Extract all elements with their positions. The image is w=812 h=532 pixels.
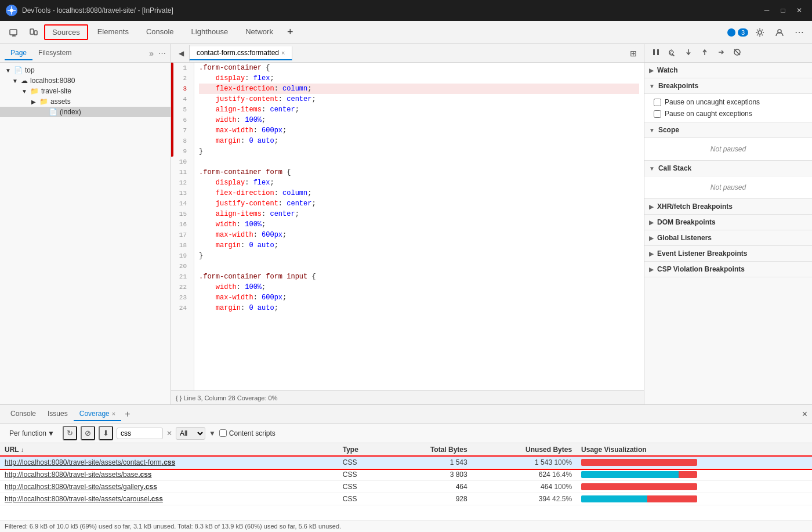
code-line-18: margin: 0 auto; <box>199 240 639 251</box>
cloud-icon: ☁ <box>21 77 28 85</box>
call-stack-section-header[interactable]: ▼ Call Stack <box>644 161 812 176</box>
export-coverage-button[interactable]: ⬇ <box>99 426 113 440</box>
global-listeners-section-header[interactable]: ▶ Global Listeners <box>644 230 812 246</box>
scope-section-header[interactable]: ▼ Scope <box>644 122 812 138</box>
maximize-button[interactable]: □ <box>776 5 790 16</box>
col-url[interactable]: URL ↓ <box>0 443 338 457</box>
tree-item-index[interactable]: 📄 (index) <box>0 107 171 117</box>
status-text: { } Line 3, Column 28 Coverage: 0% <box>176 395 278 401</box>
sidebar-more-button[interactable]: » <box>149 49 154 58</box>
tab-lighthouse[interactable]: Lighthouse <box>183 24 237 41</box>
content-scripts-row: Content scripts <box>219 429 276 437</box>
close-button[interactable]: ✕ <box>792 5 806 16</box>
code-line-3: flex-direction: column; <box>199 84 639 94</box>
pause-caught-checkbox[interactable] <box>654 110 661 118</box>
coverage-row-3[interactable]: http://localhost:8080/travel-site/assets… <box>0 481 812 493</box>
coverage-url-1[interactable]: http://localhost:8080/travel-site/assets… <box>0 457 338 469</box>
per-function-button[interactable]: Per function ▼ <box>5 428 59 439</box>
tree-item-assets[interactable]: ▶ 📁 assets <box>0 96 171 107</box>
tab-console[interactable]: Console <box>138 24 182 41</box>
folder-icon-top: 📄 <box>14 66 23 74</box>
step-into-button[interactable] <box>682 46 695 60</box>
csp-section-header[interactable]: ▶ CSP Violation Breakpoints <box>644 262 812 277</box>
reload-coverage-button[interactable]: ↻ <box>63 426 77 440</box>
minimize-button[interactable]: ─ <box>760 5 774 16</box>
event-arrow: ▶ <box>649 251 654 257</box>
line-num-16: 16 <box>176 219 189 230</box>
tab-elements[interactable]: Elements <box>89 24 137 41</box>
bottom-tab-issues[interactable]: Issues <box>42 407 74 421</box>
breakpoints-section-header[interactable]: ▼ Breakpoints <box>644 78 812 94</box>
sidebar-tab-filesystem[interactable]: Filesystem <box>32 46 77 60</box>
line-num-17: 17 <box>176 230 189 240</box>
tree-item-top[interactable]: ▼ 📄 top <box>0 65 171 75</box>
step-button[interactable] <box>714 46 728 60</box>
line-num-5: 5 <box>176 104 189 115</box>
col-viz[interactable]: Usage Visualization <box>577 443 812 457</box>
device-toolbar-button[interactable] <box>24 26 43 39</box>
pause-uncaught-checkbox[interactable] <box>654 99 661 106</box>
per-function-label: Per function <box>9 429 46 437</box>
clear-coverage-button[interactable]: ⊘ <box>81 426 95 440</box>
all-select[interactable]: All CSS JS <box>176 427 205 440</box>
tree-label-index: (index) <box>60 108 81 116</box>
window-controls: ─ □ ✕ <box>760 5 806 16</box>
step-out-button[interactable] <box>698 46 712 60</box>
tree-item-travel-site[interactable]: ▼ 📁 travel-site <box>0 86 171 96</box>
deactivate-button[interactable] <box>730 46 744 60</box>
code-editor[interactable]: 1 2 3 4 5 6 7 8 9 10 11 12 13 14 <box>171 63 644 390</box>
line-num-8: 8 <box>176 136 189 146</box>
xhr-label: XHR/fetch Breakpoints <box>657 202 733 211</box>
coverage-row-1[interactable]: http://localhost:8080/travel-site/assets… <box>0 457 812 469</box>
event-listener-section-header[interactable]: ▶ Event Listener Breakpoints <box>644 246 812 262</box>
coverage-row-2[interactable]: http://localhost:8080/travel-site/assets… <box>0 469 812 481</box>
watch-section-header[interactable]: ▶ Watch <box>644 63 812 78</box>
coverage-row-4[interactable]: http://localhost:8080/travel-site/assets… <box>0 493 812 505</box>
more-button[interactable]: ⋯ <box>791 24 807 41</box>
bottom-tab-console[interactable]: Console <box>5 407 42 421</box>
sidebar-tab-page[interactable]: Page <box>5 46 32 60</box>
coverage-unused-4: 394 42.5% <box>472 493 577 505</box>
filter-clear-button[interactable]: ✕ <box>166 429 172 437</box>
left-sidebar: Page Filesystem » ⋯ ▼ 📄 top ▼ ☁ localhos… <box>0 44 171 404</box>
coverage-url-4[interactable]: http://localhost:8080/travel-site/assets… <box>0 493 338 505</box>
coverage-filter-input[interactable] <box>117 428 163 439</box>
coverage-url-2[interactable]: http://localhost:8080/travel-site/assets… <box>0 469 338 481</box>
sidebar-options-button[interactable]: ⋯ <box>158 49 166 57</box>
call-stack-arrow: ▼ <box>649 165 655 172</box>
bottom-tab-coverage[interactable]: Coverage × <box>74 407 121 421</box>
add-tab-button[interactable]: + <box>282 26 298 38</box>
col-total[interactable]: Total Bytes <box>385 443 472 457</box>
profile-button[interactable] <box>771 24 788 41</box>
tree-item-localhost[interactable]: ▼ ☁ localhost:8080 <box>0 75 171 86</box>
tab-network[interactable]: Network <box>237 24 281 41</box>
notification-badge[interactable]: 3 <box>727 28 748 37</box>
pause-caught-row: Pause on caught exceptions <box>649 108 807 120</box>
col-unused[interactable]: Unused Bytes <box>472 443 577 457</box>
tab-close-button[interactable]: × <box>281 49 285 56</box>
step-over-button[interactable] <box>665 46 679 60</box>
line-num-21: 21 <box>176 272 189 282</box>
settings-button[interactable] <box>752 24 768 41</box>
tree-label-travel-site: travel-site <box>41 87 71 95</box>
xhr-section-header[interactable]: ▶ XHR/fetch Breakpoints <box>644 199 812 215</box>
screen-cast-button[interactable] <box>5 26 23 39</box>
split-editor-button[interactable]: ⊞ <box>625 49 641 58</box>
tab-sources[interactable]: Sources <box>44 24 88 40</box>
line-num-14: 14 <box>176 198 189 209</box>
dom-section-header[interactable]: ▶ DOM Breakpoints <box>644 215 812 230</box>
navigate-back-button[interactable]: ◀ <box>173 45 190 61</box>
sidebar-tabs: Page Filesystem » ⋯ <box>0 44 171 63</box>
line-num-22: 22 <box>176 282 189 292</box>
content-scripts-checkbox[interactable] <box>219 429 227 437</box>
close-bottom-panel-button[interactable]: × <box>802 409 807 419</box>
coverage-url-3[interactable]: http://localhost:8080/travel-site/assets… <box>0 481 338 493</box>
code-line-21: .form-container form input { <box>199 272 639 282</box>
tab-label: contact-form.css:formatted <box>197 49 279 57</box>
pause-button[interactable] <box>649 46 663 60</box>
coverage-tab-close[interactable]: × <box>112 410 115 417</box>
editor-tab-contact-form[interactable]: contact-form.css:formatted × <box>190 46 292 60</box>
col-type[interactable]: Type <box>338 443 385 457</box>
right-toolbar <box>644 44 812 63</box>
add-bottom-tab-button[interactable]: + <box>121 409 133 419</box>
